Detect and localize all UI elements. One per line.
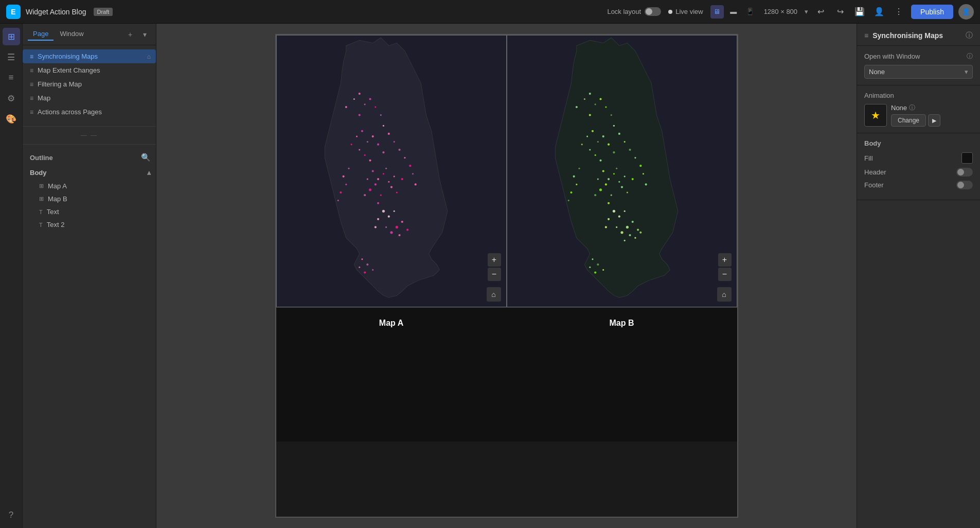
canvas-lower[interactable] (276, 339, 737, 442)
map-a-zoom-in[interactable]: + (488, 253, 501, 267)
page-item-map[interactable]: ≡ Map (23, 91, 156, 105)
live-view-label: Live view (675, 8, 703, 15)
publish-button[interactable]: Publish (911, 5, 953, 19)
animation-info-icon[interactable]: ⓘ (909, 103, 915, 112)
user-button[interactable]: 👤 (872, 5, 886, 19)
undo-button[interactable]: ↩ (813, 5, 828, 19)
outline-item-map-a[interactable]: ⊞ Map A (37, 180, 151, 192)
canvas-frame: + − ⌂ (275, 34, 738, 518)
desktop-icon[interactable]: 🖥 (710, 5, 724, 19)
svg-point-1 (377, 178, 379, 180)
sidebar-widgets-icon[interactable]: ☰ (3, 48, 20, 66)
svg-point-46 (387, 133, 389, 135)
sidebar-pages-icon[interactable]: ⊞ (3, 28, 20, 45)
fill-swatch[interactable] (961, 152, 973, 164)
map-a-zoom-out[interactable]: − (488, 268, 501, 281)
svg-point-94 (629, 234, 631, 236)
redo-button[interactable]: ↪ (833, 5, 847, 19)
avatar[interactable]: 👤 (958, 4, 974, 20)
page-home-0: ⌂ (147, 53, 151, 60)
map-a-background: + − ⌂ (277, 36, 506, 307)
resolution-chevron[interactable]: ▾ (805, 8, 808, 15)
canvas-area[interactable]: + − ⌂ (156, 24, 857, 528)
map-b-background: + − ⌂ (507, 36, 737, 307)
panel-divider-2 (23, 144, 156, 145)
map-b-home-btn[interactable]: ⌂ (717, 287, 732, 302)
svg-point-122 (623, 210, 625, 212)
svg-point-93 (616, 226, 617, 228)
animation-play-btn[interactable]: ▶ (928, 114, 940, 127)
svg-point-5 (368, 188, 371, 191)
canvas-map-b[interactable]: + − ⌂ (507, 35, 737, 307)
open-with-window-select[interactable]: None ▾ (864, 65, 973, 79)
map-b-zoom-in[interactable]: + (718, 253, 732, 267)
outline-search-icon[interactable]: 🔍 (141, 153, 151, 162)
sidebar-data-icon[interactable]: ≡ (3, 69, 20, 86)
map-a-icon: ⊞ (39, 183, 44, 189)
right-panel-help-icon[interactable]: ⓘ (966, 31, 973, 40)
header-toggle[interactable] (956, 168, 973, 177)
page-item-actions-across[interactable]: ≡ Actions across Pages (23, 105, 156, 119)
tab-page[interactable]: Page (28, 28, 54, 41)
svg-point-108 (623, 141, 625, 143)
outline-title: Outline (30, 154, 53, 162)
open-with-window-help[interactable]: ⓘ (967, 52, 973, 61)
tab-window[interactable]: Window (55, 28, 88, 41)
animation-change-btn[interactable]: Change (891, 114, 926, 127)
live-view[interactable]: Live view (668, 8, 703, 15)
svg-point-45 (382, 125, 384, 127)
page-item-map-extent[interactable]: ≡ Map Extent Changes (23, 63, 156, 77)
open-with-window-row: Open with Window ⓘ (864, 52, 973, 61)
more-button[interactable]: ⋮ (892, 5, 906, 19)
svg-point-3 (374, 183, 376, 185)
outline-item-map-b[interactable]: ⊞ Map B (37, 192, 151, 205)
page-item-synchronising-maps[interactable]: ≡ Synchronising Maps ⌂ (23, 49, 156, 63)
svg-point-103 (575, 106, 577, 108)
header-row: Header (864, 168, 973, 177)
save-button[interactable]: 💾 (852, 5, 867, 19)
topbar-center: Lock layout Live view 🖥 ▬ 📱 1280 × 800 ▾ (607, 5, 808, 19)
footer-label: Footer (864, 181, 884, 189)
svg-point-116 (576, 184, 577, 185)
mobile-icon[interactable]: 📱 (743, 5, 757, 19)
lock-layout-toggle[interactable] (645, 7, 661, 16)
footer-toggle[interactable] (956, 181, 973, 189)
svg-point-16 (356, 136, 358, 137)
add-page-icon[interactable]: + (124, 28, 136, 41)
outline-item-text[interactable]: T Text (37, 205, 151, 218)
animation-star-icon: ★ (871, 109, 880, 121)
svg-point-86 (613, 151, 615, 153)
svg-point-29 (369, 98, 371, 100)
resolution-display[interactable]: 1280 × 800 (764, 8, 797, 15)
svg-point-126 (602, 269, 604, 271)
lock-layout[interactable]: Lock layout (607, 7, 661, 16)
pages-panel: Page Window + ▾ ≡ Synchronising Maps ⌂ ≡… (23, 24, 156, 528)
pages-menu-icon[interactable]: ▾ (138, 28, 151, 41)
canvas-map-a[interactable]: + − ⌂ (276, 35, 507, 307)
outline-toggle-icon[interactable]: ▴ (147, 168, 151, 177)
tablet-icon[interactable]: ▬ (727, 5, 740, 19)
svg-point-30 (375, 106, 376, 108)
svg-point-60 (387, 216, 389, 218)
sidebar-theme-icon[interactable]: 🎨 (3, 110, 20, 128)
page-icon-4: ≡ (30, 109, 33, 116)
map-b-zoom-out[interactable]: − (718, 268, 732, 281)
map-a-svg (277, 36, 506, 307)
svg-point-73 (623, 175, 625, 177)
svg-point-95 (634, 237, 636, 239)
svg-point-99 (589, 93, 591, 95)
sidebar-settings-icon[interactable]: ⚙ (3, 90, 20, 107)
svg-point-17 (361, 130, 363, 132)
drag-handle[interactable]: — — (23, 130, 156, 141)
page-item-filtering[interactable]: ≡ Filtering a Map (23, 77, 156, 91)
animation-controls: Change ▶ (891, 114, 973, 127)
sidebar-help-icon[interactable]: ? (3, 506, 20, 524)
svg-point-119 (612, 210, 615, 213)
outline-body[interactable]: Body ▴ (30, 165, 151, 180)
animation-info: None ⓘ Change ▶ (891, 103, 973, 127)
outline-item-text2[interactable]: T Text 2 (37, 218, 151, 231)
svg-point-18 (366, 141, 368, 143)
svg-point-34 (395, 226, 398, 228)
svg-point-2 (382, 173, 384, 174)
map-a-home-btn[interactable]: ⌂ (487, 287, 501, 302)
